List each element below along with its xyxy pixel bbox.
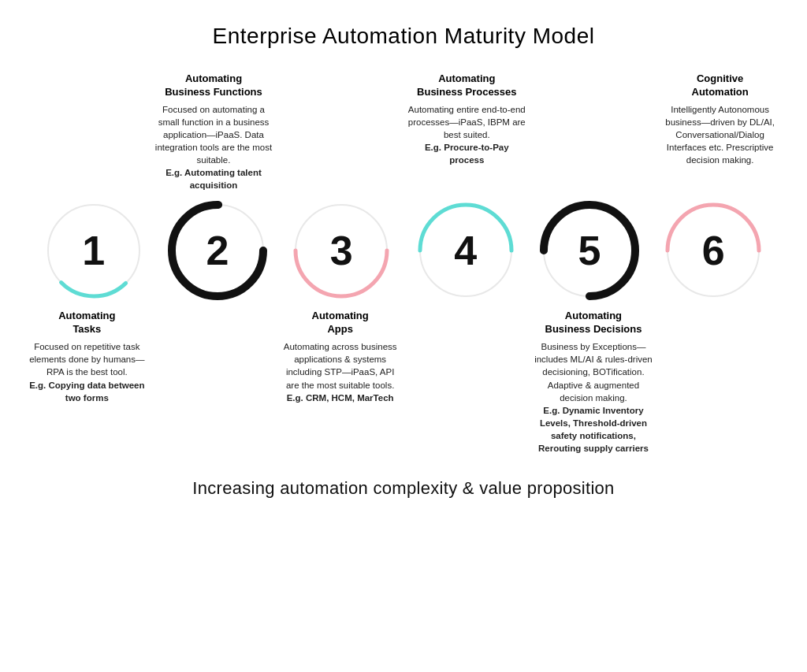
level-3-title: AutomatingApps (281, 310, 400, 336)
level-1-title: AutomatingTasks (28, 310, 146, 336)
level-5-number: 5 (578, 227, 601, 274)
level-1-desc: Focused on repetitive task elements done… (28, 340, 146, 403)
circle-3: 3 (290, 199, 392, 302)
top-label-6: CognitiveAutomation Intelligently Autono… (661, 72, 779, 191)
circle-5: 5 (538, 199, 641, 302)
level-6-desc: Intelligently Autonomous business—driven… (661, 103, 779, 166)
bottom-label-3: AutomatingApps Automating across busines… (281, 310, 400, 455)
circle-1: 1 (43, 199, 145, 302)
bottom-labels-row: AutomatingTasks Focused on repetitive ta… (16, 310, 791, 455)
bottom-label-5: AutomatingBusiness Decisions Business by… (534, 310, 653, 455)
level-2-desc: Focused on automating a small function i… (154, 103, 273, 192)
level-5-title: AutomatingBusiness Decisions (534, 310, 653, 336)
level-4-number: 4 (454, 227, 477, 274)
level-5-desc: Business by Exceptions—includes ML/AI & … (534, 340, 653, 455)
circle-6: 6 (662, 199, 764, 302)
level-1-number: 1 (82, 227, 105, 274)
level-2-title: AutomatingBusiness Functions (154, 72, 273, 99)
level-3-number: 3 (330, 227, 353, 274)
diagram-container: AutomatingBusiness Functions Focused on … (16, 72, 791, 455)
level-4-title: AutomatingBusiness Processes (407, 72, 526, 99)
level-6-title: CognitiveAutomation (661, 72, 779, 99)
level-3-desc: Automating across business applications … (281, 340, 400, 403)
circles-row: 1 2 3 4 (16, 199, 791, 302)
circle-4: 4 (415, 199, 517, 302)
top-label-2: AutomatingBusiness Functions Focused on … (154, 72, 273, 191)
level-4-desc: Automating entire end-to-end processes—i… (407, 103, 526, 166)
bottom-label-1: AutomatingTasks Focused on repetitive ta… (28, 310, 146, 455)
page-title: Enterprise Automation Maturity Model (213, 24, 595, 49)
circle-2: 2 (166, 199, 269, 302)
top-labels-row: AutomatingBusiness Functions Focused on … (16, 72, 791, 191)
bottom-text: Increasing automation complexity & value… (192, 478, 614, 499)
level-2-number: 2 (206, 227, 229, 274)
level-6-number: 6 (702, 227, 725, 274)
top-label-4: AutomatingBusiness Processes Automating … (407, 72, 526, 191)
